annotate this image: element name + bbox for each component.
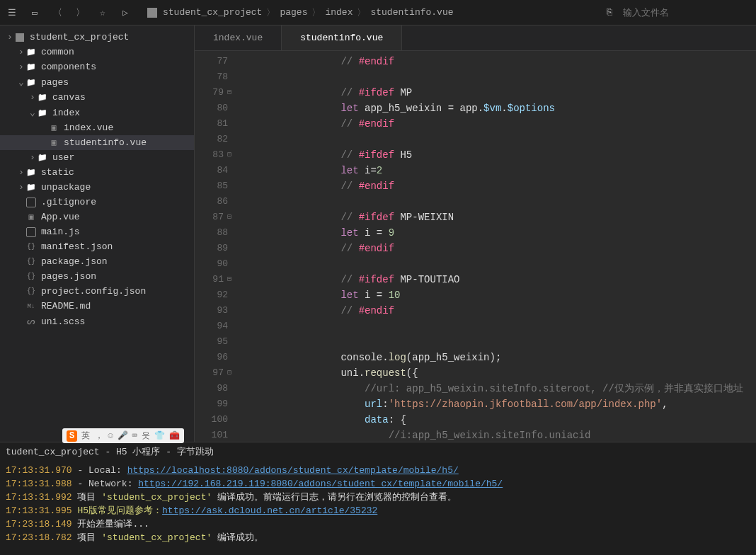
folder-row[interactable]: ⌄index: [0, 105, 194, 120]
terminal-link[interactable]: https://192.168.219.119:8080/addons/stud…: [138, 479, 503, 489]
tree-item-label: student_cx_project: [30, 32, 129, 42]
fold-icon[interactable]: ⊟: [227, 147, 231, 163]
code-line[interactable]: [246, 132, 756, 147]
markdown-file-icon: [25, 303, 37, 310]
code-line[interactable]: // #endif: [246, 54, 756, 69]
code-line[interactable]: // #ifdef MP-TOUTIAO: [246, 272, 756, 287]
nav-forward-icon[interactable]: 〉: [74, 6, 86, 19]
breadcrumb-item[interactable]: pages: [280, 7, 307, 18]
editor-tab[interactable]: studentinfo.vue: [282, 25, 402, 50]
file-row[interactable]: index.vue: [0, 120, 194, 135]
star-icon[interactable]: ☆: [96, 6, 109, 19]
folder-row[interactable]: ›user: [0, 150, 194, 165]
run-icon[interactable]: ▷: [119, 6, 132, 19]
mic-icon[interactable]: 🎤: [118, 430, 128, 441]
ime-toolbar[interactable]: S 英 ， ☺ 🎤 ⌨ 웃 👕 🧰: [62, 428, 184, 443]
folder-row[interactable]: ›common: [0, 45, 194, 59]
chevron-right-icon[interactable]: ›: [6, 32, 14, 42]
ime-lang-label[interactable]: 英 ，: [81, 430, 103, 442]
folder-row[interactable]: ›components: [0, 59, 194, 74]
file-row[interactable]: .gitignore: [0, 195, 194, 210]
chevron-right-icon[interactable]: ›: [17, 182, 25, 193]
tree-item-label: package.json: [41, 256, 108, 267]
sogou-logo-icon: S: [67, 430, 77, 442]
file-row[interactable]: manifest.json: [0, 239, 194, 254]
code-line[interactable]: // #ifdef MP: [246, 85, 756, 101]
chevron-right-icon: 〉: [357, 6, 366, 19]
person-icon[interactable]: 웃: [142, 430, 150, 442]
code-line[interactable]: // #endif: [246, 116, 756, 132]
chevron-down-icon[interactable]: ⌄: [17, 76, 25, 88]
json-file-icon: [25, 258, 37, 265]
file-row[interactable]: package.json: [0, 254, 194, 269]
code-editor[interactable]: 77 78 79 ⊟80 81 82 83 ⊟84 85 86 87 ⊟88 8…: [195, 51, 756, 442]
log-timestamp: 17:23:18.782: [6, 532, 72, 543]
code-line[interactable]: let app_h5_weixin = app.$vm.$options: [246, 101, 756, 116]
chevron-right-icon[interactable]: ›: [28, 92, 37, 103]
fold-icon[interactable]: ⊟: [227, 365, 231, 381]
code-line[interactable]: //url: app_h5_weixin.siteInfo.siteroot, …: [246, 381, 756, 396]
fold-icon[interactable]: ⊟: [227, 85, 231, 101]
chevron-right-icon[interactable]: ›: [28, 152, 37, 163]
breadcrumb-item[interactable]: student_cx_project: [163, 7, 262, 18]
editor-tab[interactable]: index.vue: [195, 25, 282, 50]
fold-icon[interactable]: ⊟: [227, 210, 231, 225]
goto-file-icon[interactable]: ⎘: [603, 6, 616, 19]
file-row[interactable]: uni.scss: [0, 314, 194, 329]
code-line[interactable]: data: {: [246, 412, 756, 428]
breadcrumb-item[interactable]: index: [325, 7, 353, 18]
chevron-right-icon[interactable]: ›: [17, 62, 25, 72]
code-line[interactable]: // #ifdef MP-WEIXIN: [246, 210, 756, 225]
code-line[interactable]: [246, 319, 756, 334]
json-file-icon: [25, 243, 37, 251]
code-line[interactable]: [246, 256, 756, 272]
code-line[interactable]: [246, 69, 756, 85]
file-row[interactable]: App.vue: [0, 210, 194, 224]
code-line[interactable]: let i = 9: [246, 225, 756, 241]
vue-file-icon: [48, 122, 59, 133]
file-row[interactable]: pages.json: [0, 269, 194, 284]
terminal-link[interactable]: https://ask.dcloud.net.cn/article/35232: [162, 505, 377, 516]
terminal-output[interactable]: 17:13:31.970 - Local: https://localhost:…: [0, 461, 756, 547]
emoji-icon[interactable]: ☺: [108, 431, 113, 441]
shirt-icon[interactable]: 👕: [154, 430, 165, 441]
menu-icon[interactable]: ☰: [6, 6, 18, 19]
nav-back-icon[interactable]: 〈: [51, 6, 64, 19]
code-line[interactable]: console.log(app_h5_weixin);: [246, 350, 756, 365]
code-line[interactable]: let i=2: [246, 163, 756, 178]
line-number: 96: [195, 350, 231, 365]
code-line[interactable]: url:'https://zhaopin.jkfootball.com/app/…: [246, 396, 756, 412]
fold-icon[interactable]: ⊟: [227, 272, 231, 287]
code-line[interactable]: //i:app_h5_weixin.siteInfo.uniacid: [246, 428, 756, 442]
breadcrumb-item[interactable]: studentinfo.vue: [370, 7, 453, 18]
code-line[interactable]: // #endif: [246, 303, 756, 319]
window-icon[interactable]: ▭: [28, 6, 41, 19]
code-line[interactable]: // #endif: [246, 241, 756, 256]
code-line[interactable]: [246, 334, 756, 350]
folder-row[interactable]: ⌄pages: [0, 74, 194, 90]
folder-row[interactable]: ›static: [0, 165, 194, 180]
terminal-link[interactable]: https://localhost:8080/addons/student_cx…: [127, 465, 459, 476]
tree-item-label: project.config.json: [41, 286, 146, 297]
file-row[interactable]: main.js: [0, 224, 194, 239]
keyboard-icon[interactable]: ⌨: [132, 430, 137, 441]
file-row[interactable]: ›student_cx_project: [0, 30, 194, 45]
file-explorer[interactable]: ›student_cx_project›common›components⌄pa…: [0, 25, 195, 442]
chevron-down-icon[interactable]: ⌄: [28, 107, 37, 118]
file-search-input[interactable]: [623, 7, 750, 18]
chevron-right-icon[interactable]: ›: [17, 167, 25, 178]
file-row[interactable]: README.md: [0, 299, 194, 314]
folder-row[interactable]: ›canvas: [0, 90, 194, 105]
code-content[interactable]: // #endif // #ifdef MP let app_h5_weixin…: [237, 51, 756, 442]
code-line[interactable]: uni.request({: [246, 365, 756, 381]
chevron-right-icon[interactable]: ›: [17, 47, 25, 57]
tree-item-label: pages.json: [41, 271, 96, 282]
toolbox-icon[interactable]: 🧰: [169, 430, 180, 441]
file-row[interactable]: studentinfo.vue: [0, 135, 194, 150]
code-line[interactable]: [246, 194, 756, 210]
code-line[interactable]: // #ifdef H5: [246, 147, 756, 163]
folder-row[interactable]: ›unpackage: [0, 180, 194, 195]
code-line[interactable]: // #endif: [246, 178, 756, 194]
file-row[interactable]: project.config.json: [0, 284, 194, 299]
code-line[interactable]: let i = 10: [246, 287, 756, 303]
